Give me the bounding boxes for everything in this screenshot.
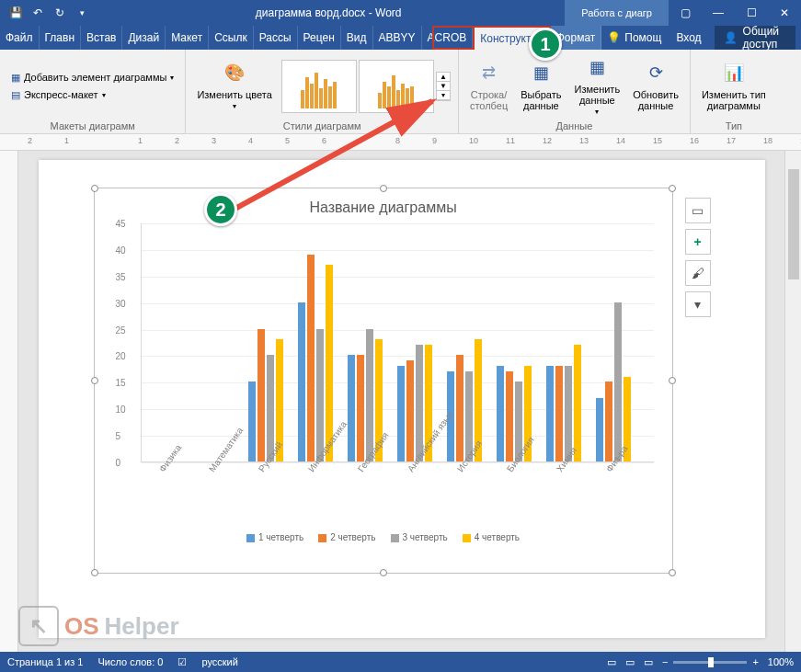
tab-home[interactable]: Главн — [40, 26, 82, 50]
quick-access-toolbar: 💾 ↶ ↻ ▾ — [0, 3, 92, 23]
watermark: ↖ OS Helper — [18, 606, 179, 646]
refresh-icon: ⟳ — [643, 61, 669, 86]
status-page[interactable]: Страница 1 из 1 — [7, 656, 83, 667]
proofing-icon[interactable]: ☑ — [177, 656, 187, 668]
zoom-value[interactable]: 100% — [768, 656, 794, 667]
brush-icon: 🖌 — [692, 266, 704, 280]
tab-abbyy[interactable]: ABBYY — [373, 26, 422, 50]
zoom-slider[interactable] — [673, 661, 747, 664]
maximize-icon[interactable]: ☐ — [735, 0, 768, 26]
window-controls: ▢ — ☐ ✕ — [669, 0, 801, 26]
zoom-control[interactable]: − + — [662, 656, 759, 667]
status-language[interactable]: русский — [201, 656, 237, 667]
chart-x-labels: ФизикаМатематикаРусскийИнформатикаГеогра… — [141, 462, 654, 527]
share-button[interactable]: 👤Общий доступ — [715, 26, 795, 50]
select-data-button[interactable]: ▦Выбрать данные — [517, 59, 565, 113]
change-chart-type-button[interactable]: 📊Изменить тип диаграммы — [698, 59, 770, 113]
redo-icon[interactable]: ↻ — [50, 3, 70, 23]
ruler-vertical[interactable] — [0, 151, 18, 653]
tab-layout[interactable]: Макет — [166, 26, 209, 50]
close-icon[interactable]: ✕ — [768, 0, 801, 26]
add-chart-element-button[interactable]: ▦Добавить элемент диаграммы▾ — [7, 70, 177, 85]
switch-icon: ⇄ — [476, 61, 502, 86]
refresh-data-button[interactable]: ⟳Обновить данные — [629, 59, 682, 113]
tab-mailings[interactable]: Рассы — [254, 26, 298, 50]
group-label: Тип — [698, 119, 770, 131]
ribbon-tabs: Файл Главн Встав Дизай Макет Ссылк Рассы… — [0, 26, 801, 50]
gallery-up-icon[interactable]: ▲ — [437, 73, 450, 82]
window-title: диаграмма ворд.docx - Word — [92, 6, 565, 19]
chart-plot-area[interactable]: 051015202530354045 — [141, 223, 654, 462]
edit-data-button[interactable]: ▦Изменить данные▾ — [571, 53, 624, 119]
funnel-icon: ▾ — [694, 297, 701, 312]
layout-icon: ▤ — [11, 89, 20, 101]
annotation-callout-2: 2 — [204, 193, 237, 226]
group-type: 📊Изменить тип диаграммы Тип — [691, 50, 777, 133]
chart-element-icon: ▦ — [11, 72, 20, 84]
group-label: Данные — [466, 119, 682, 131]
tab-insert[interactable]: Встав — [81, 26, 122, 50]
tab-view[interactable]: Вид — [341, 26, 373, 50]
palette-icon: 🎨 — [222, 61, 247, 86]
view-web-icon[interactable]: ▭ — [644, 656, 653, 668]
share-icon: 👤 — [724, 31, 738, 44]
view-read-icon[interactable]: ▭ — [607, 656, 616, 668]
ribbon-options-icon[interactable]: ▢ — [669, 0, 702, 26]
chart-object[interactable]: ▭ + 🖌 ▾ Название диаграммы 0510152025303… — [94, 188, 673, 574]
switch-row-column-button[interactable]: ⇄Строка/ столбец — [466, 59, 511, 113]
qat-more-icon[interactable]: ▾ — [72, 3, 92, 23]
chart-type-icon: 📊 — [721, 61, 747, 86]
chart-styles-button[interactable]: 🖌 — [685, 260, 711, 286]
layoutopt-icon: ▭ — [692, 203, 704, 218]
tab-review[interactable]: Рецен — [298, 26, 341, 50]
scrollbar-vertical[interactable] — [784, 151, 801, 653]
chart-legend[interactable]: 1 четверть2 четверть3 четверть4 четверть — [95, 527, 672, 542]
layout-options-button[interactable]: ▭ — [685, 198, 711, 223]
zoom-out-icon[interactable]: − — [662, 656, 668, 667]
svg-line-0 — [230, 101, 432, 211]
tab-file[interactable]: Файл — [0, 26, 40, 50]
group-chart-layouts: ▦Добавить элемент диаграммы▾ ▤Экспресс-м… — [0, 50, 186, 133]
context-tab-label: Работа с диагр — [565, 0, 669, 26]
bulb-icon: 💡 — [607, 31, 621, 44]
gallery-down-icon[interactable]: ▼ — [437, 82, 450, 91]
tab-design[interactable]: Дизай — [122, 26, 166, 50]
chart-filters-button[interactable]: ▾ — [685, 291, 711, 317]
annotation-callout-1: 1 — [529, 28, 562, 61]
group-label: Макеты диаграмм — [7, 119, 177, 131]
page: ▭ + 🖌 ▾ Название диаграммы 0510152025303… — [39, 160, 765, 638]
watermark-logo-icon: ↖ — [18, 606, 59, 646]
tell-me[interactable]: 💡Помощ — [601, 31, 667, 44]
table-icon: ▦ — [528, 61, 554, 86]
status-words[interactable]: Число слов: 0 — [97, 656, 163, 667]
titlebar: 💾 ↶ ↻ ▾ диаграмма ворд.docx - Word Работ… — [0, 0, 801, 26]
quick-layout-button[interactable]: ▤Экспресс-макет▾ — [7, 87, 177, 103]
save-icon[interactable]: 💾 — [6, 3, 26, 23]
group-data: ⇄Строка/ столбец ▦Выбрать данные ▦Измени… — [459, 50, 691, 133]
tab-references[interactable]: Ссылк — [209, 26, 254, 50]
scrollbar-thumb[interactable] — [788, 169, 799, 279]
annotation-arrow — [212, 92, 451, 230]
view-print-icon[interactable]: ▭ — [625, 656, 635, 668]
undo-icon[interactable]: ↶ — [28, 3, 48, 23]
edit-icon: ▦ — [584, 55, 610, 81]
chart-elements-button[interactable]: + — [685, 229, 711, 255]
statusbar: Страница 1 из 1 Число слов: 0 ☑ русский … — [0, 652, 801, 672]
signin-link[interactable]: Вход — [670, 31, 706, 44]
chart-side-controls: ▭ + 🖌 ▾ — [685, 198, 711, 317]
zoom-in-icon[interactable]: + — [752, 656, 758, 667]
minimize-icon[interactable]: — — [702, 0, 735, 26]
